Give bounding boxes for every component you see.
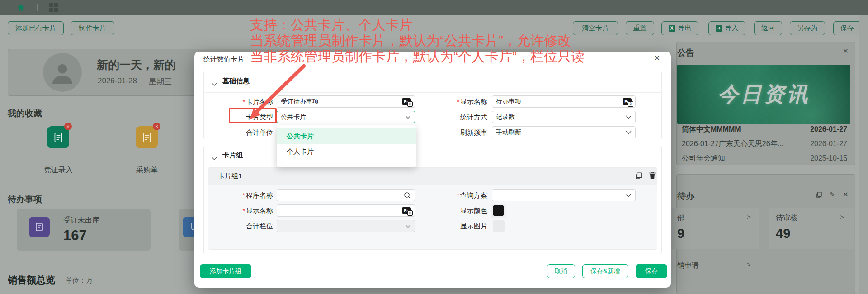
modal-close-icon[interactable]: ✕ — [654, 53, 660, 63]
collapse-chevron-icon[interactable] — [212, 154, 217, 162]
favorite-label: 凭证录入 — [38, 166, 79, 175]
translate-icon[interactable]: En文 — [402, 98, 411, 105]
make-card-button[interactable]: 制作卡片 — [71, 21, 114, 35]
banner-text: 今日资讯 — [718, 81, 810, 109]
excel-icon: X — [669, 25, 675, 32]
refresh-rate-select[interactable]: 手动刷新 — [492, 126, 636, 138]
total-unit-label: 合计单位 — [214, 126, 273, 138]
news-title: 2026-01-27广东天心天思26年... — [682, 139, 783, 149]
card-group-header: 卡片组 — [222, 151, 243, 160]
card-name-label: *卡片名称 — [214, 95, 273, 108]
announcements-close-icon[interactable]: ✕ — [843, 47, 849, 55]
refresh-rate-label: 刷新频率 — [429, 126, 487, 138]
cancel-button[interactable]: 取消 — [547, 264, 575, 278]
stat-method-select[interactable]: 记录数 — [492, 111, 636, 123]
page: 添加已有卡片 制作卡片 清空卡片 重置 X 导出 导入 返回 另存为 保存 新的… — [0, 0, 868, 294]
save-and-new-button[interactable]: 保存&新增 — [582, 264, 628, 278]
chevron-right-icon: > — [747, 213, 751, 221]
add-card-group-button[interactable]: 添加卡片组 — [200, 264, 251, 278]
section-divider — [204, 92, 661, 93]
display-name-input[interactable]: 待办事项 En文 — [492, 95, 636, 108]
card-type-select[interactable]: 公共卡片 — [277, 111, 415, 123]
group-display-name-input[interactable]: En文 — [277, 204, 415, 217]
announcements-title: 公告 — [677, 47, 694, 59]
save-button[interactable]: 保存 — [636, 264, 667, 278]
total-column-select[interactable] — [277, 220, 415, 232]
news-row[interactable]: 公司年会通知 2025-10-15 — [682, 152, 847, 164]
sales-title: 销售额总览 — [8, 274, 55, 286]
card-name-input[interactable]: 受订待办事项 En文 — [277, 95, 415, 108]
date-value: 2026-01-28 — [98, 76, 137, 87]
card-group-card-header — [208, 168, 657, 185]
group-display-name-label: *显示名称 — [214, 204, 273, 217]
import-icon — [716, 25, 722, 32]
program-name-label: *程序名称 — [214, 189, 273, 201]
chevron-down-icon — [626, 194, 632, 197]
todo-stat-value: 49 — [776, 226, 790, 241]
news-date: 2026-01-27 — [810, 140, 847, 148]
todo-stat-value: 9 — [677, 226, 684, 241]
annotation-line1: 支持：公共卡片、个人卡片 — [250, 17, 413, 33]
avatar — [43, 53, 82, 92]
save-toolbar-button[interactable]: 保存 — [833, 21, 861, 35]
card-group-title: 卡片组1 — [218, 172, 242, 180]
chevron-down-icon — [405, 224, 411, 228]
import-button[interactable]: 导入 — [708, 21, 745, 35]
remove-favorite-icon[interactable]: ✕ — [153, 123, 160, 130]
query-plan-label: *查询方案 — [429, 189, 487, 201]
news-row[interactable]: 2026-01-27广东天心天思26年... 2026-01-27 — [682, 138, 847, 150]
dropdown-option-personal[interactable]: 个人卡片 — [277, 144, 416, 159]
footer-divider — [195, 258, 670, 258]
greeting-date: 2026-01-28 星期三 — [98, 76, 172, 87]
duplicate-group-icon[interactable] — [635, 172, 642, 181]
remove-favorite-icon[interactable]: ✕ — [64, 123, 72, 130]
chevron-right-icon[interactable]: > — [747, 261, 751, 268]
sales-unit: 单位：万 — [66, 276, 93, 285]
dropdown-option-public[interactable]: 公共卡片 — [277, 128, 416, 144]
todo-section-title: 待办事项 — [8, 194, 42, 205]
edit-panel-icon[interactable]: ✎ — [829, 190, 835, 199]
translate-icon[interactable]: En文 — [402, 207, 411, 214]
news-title: 公司年会通知 — [682, 154, 725, 163]
announcement-banner[interactable]: 今日资讯 — [677, 65, 850, 124]
collapse-chevron-icon[interactable] — [212, 80, 217, 88]
translate-icon[interactable]: En文 — [623, 98, 632, 105]
image-swatch[interactable] — [493, 220, 505, 232]
my-todo-close-icon[interactable]: ✕ — [843, 190, 849, 199]
todo-card-label: 受订未出库 — [63, 216, 99, 225]
favorites-title: 我的收藏 — [8, 108, 42, 119]
home-icon[interactable] — [16, 3, 25, 12]
favorite-label: 采购单 — [127, 166, 167, 175]
card-type-dropdown: 公共卡片 个人卡片 — [277, 125, 416, 167]
top-bar — [0, 0, 868, 15]
page-scrollbar[interactable] — [859, 15, 868, 294]
news-date: 2025-10-15 — [810, 154, 847, 162]
news-title: 简体中文MMMMM — [682, 125, 741, 134]
display-color-label: 显示颜色 — [429, 204, 487, 217]
modal-title: 统计数值卡片 — [203, 55, 244, 64]
chevron-down-icon — [626, 131, 632, 134]
display-image-label: 显示图片 — [429, 220, 487, 232]
chevron-down-icon — [626, 115, 632, 119]
save-as-button[interactable]: 另存为 — [790, 21, 825, 35]
todo-stat-label: 待审核 — [776, 213, 797, 223]
reset-button[interactable]: 重置 — [626, 21, 654, 35]
program-name-input[interactable] — [277, 189, 415, 201]
add-existing-card-button[interactable]: 添加已有卡片 — [8, 21, 64, 35]
copy-panel-icon[interactable] — [816, 191, 822, 200]
news-row[interactable]: 简体中文MMMMM 2026-01-27 — [682, 123, 847, 135]
clear-cards-button[interactable]: 清空卡片 — [573, 21, 618, 35]
display-name-label: *显示名称 — [429, 95, 487, 108]
todo-stat-label: 部 — [677, 213, 684, 223]
total-column-label: 合计栏位 — [214, 220, 273, 232]
todo-card-icon — [29, 217, 50, 237]
color-swatch[interactable] — [493, 205, 504, 216]
annotation-highlight-box — [229, 108, 277, 123]
apps-grid-icon[interactable] — [49, 3, 58, 12]
delete-group-icon[interactable] — [648, 171, 656, 181]
search-icon[interactable] — [404, 192, 411, 199]
export-button[interactable]: X 导出 — [661, 21, 698, 35]
query-plan-select[interactable] — [492, 189, 636, 201]
back-button[interactable]: 返回 — [754, 21, 782, 35]
resize-handle-icon[interactable]: ⌟ — [844, 156, 847, 162]
